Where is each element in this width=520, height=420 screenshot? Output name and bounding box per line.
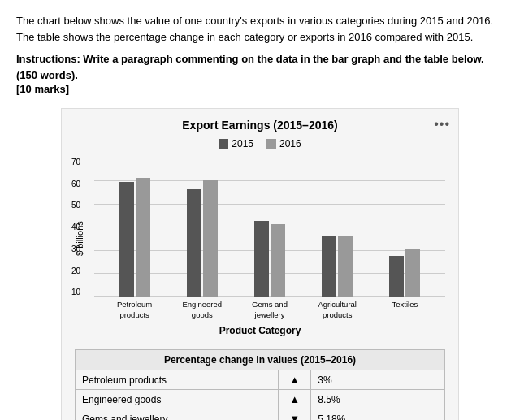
- table-row: Gems and jewellery▼5.18%: [76, 409, 445, 421]
- marks-text: [10 marks]: [16, 83, 504, 95]
- x-label: Petroleumproducts: [102, 300, 167, 320]
- bars-and-grid: 70605040302010: [94, 158, 445, 297]
- chart-inner: 70605040302010 PetroleumproductsEngineer…: [94, 158, 445, 320]
- chart-area: $ billions 70605040302010 Petroleumprodu…: [75, 158, 445, 320]
- x-label: Gems andjewellery: [237, 300, 301, 320]
- legend-2015: 2015: [219, 138, 254, 149]
- y-tick: 20: [72, 266, 80, 275]
- bar-2016: [271, 224, 285, 297]
- y-tick: 30: [72, 245, 80, 253]
- bar-2016: [203, 180, 218, 297]
- bar-group: [170, 180, 234, 297]
- bar-2015: [389, 256, 404, 297]
- legend-2016-box: [266, 139, 276, 149]
- x-label: Agriculturalproducts: [306, 300, 370, 320]
- x-labels: PetroleumproductsEngineeredgoodsGems and…: [94, 297, 445, 320]
- bar-2016: [405, 249, 420, 297]
- arrow-up-icon: ▲: [289, 374, 300, 386]
- bar-group: [102, 178, 167, 297]
- table-cell-arrow: ▲: [279, 390, 311, 409]
- table-row: Engineered goods▲8.5%: [76, 390, 445, 409]
- table-section: Percentage change in values (2015–2016) …: [75, 349, 445, 420]
- bar-2016: [338, 236, 353, 297]
- table-cell-category: Gems and jewellery: [76, 409, 279, 421]
- y-tick: 50: [72, 201, 80, 210]
- bar-group: [237, 221, 301, 297]
- bar-2015: [254, 221, 269, 297]
- bar-2015: [322, 236, 336, 297]
- legend-2015-label: 2015: [232, 138, 254, 149]
- y-tick: 10: [72, 288, 80, 297]
- more-options-icon[interactable]: •••: [434, 117, 450, 132]
- legend-2015-box: [219, 139, 228, 149]
- table-header: Percentage change in values (2015–2016): [76, 350, 445, 370]
- bar-group: [373, 249, 437, 297]
- chart-title: Export Earnings (2015–2016): [75, 119, 445, 132]
- table-cell-value: 5.18%: [311, 409, 445, 421]
- legend-2016: 2016: [266, 138, 301, 149]
- percentage-table: Percentage change in values (2015–2016) …: [75, 349, 445, 420]
- bar-2015: [119, 182, 134, 297]
- bar-2015: [187, 189, 202, 297]
- y-tick: 60: [72, 180, 80, 188]
- table-cell-category: Engineered goods: [76, 390, 279, 409]
- x-axis-title: Product Category: [75, 325, 445, 336]
- arrow-down-icon: ▼: [289, 413, 300, 420]
- table-cell-value: 3%: [311, 370, 445, 390]
- table-cell-value: 8.5%: [311, 390, 445, 409]
- bars-wrapper: [94, 158, 445, 297]
- table-row: Petroleum products▲3%: [76, 370, 445, 390]
- chart-legend: 2015 2016: [75, 138, 445, 149]
- instructions-text: Instructions: Write a paragraph commenti…: [16, 51, 504, 83]
- x-label: Engineeredgoods: [170, 300, 234, 320]
- table-cell-arrow: ▼: [279, 409, 311, 421]
- legend-2016-label: 2016: [280, 138, 301, 149]
- table-cell-arrow: ▲: [279, 370, 311, 390]
- y-tick: 40: [72, 223, 80, 232]
- x-label: Textiles: [373, 300, 437, 320]
- y-ticks: 70605040302010: [72, 158, 80, 297]
- y-tick: 70: [72, 158, 80, 167]
- table-cell-category: Petroleum products: [76, 370, 279, 390]
- intro-text: The chart below shows the value of one c…: [16, 13, 504, 45]
- chart-container: ••• Export Earnings (2015–2016) 2015 201…: [61, 108, 459, 420]
- bar-2016: [136, 178, 150, 297]
- bar-group: [306, 236, 370, 297]
- arrow-up-icon: ▲: [289, 393, 300, 405]
